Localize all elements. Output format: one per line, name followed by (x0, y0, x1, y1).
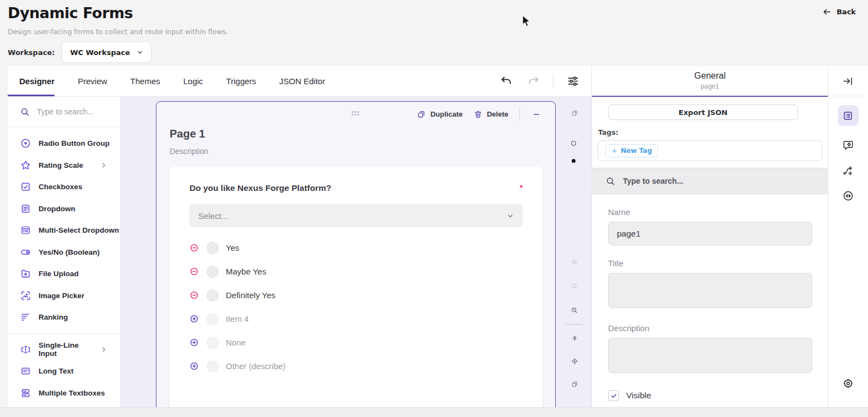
file-upload-icon (20, 268, 31, 279)
question-select[interactable]: Select... (189, 204, 523, 227)
toolbox-item-yes-no-boolean[interactable]: Yes/No (Boolean) (8, 242, 120, 264)
radio-circle[interactable] (207, 242, 219, 254)
settings-sliders-icon[interactable] (567, 75, 579, 87)
toolbox-item-image-picker[interactable]: Image Picker (8, 285, 120, 307)
radio-circle[interactable] (207, 313, 219, 325)
title-field[interactable] (608, 273, 812, 308)
zoom-out-icon[interactable] (571, 306, 578, 314)
surface-icon[interactable] (571, 381, 578, 388)
copy-icon[interactable] (571, 109, 578, 117)
export-json-button[interactable]: Export JSON (608, 105, 798, 120)
new-tag-button[interactable]: New Tag (605, 144, 658, 157)
image-picker-icon (20, 290, 31, 301)
toolbox-item-radio-button-group[interactable]: Radio Button Group (8, 133, 120, 155)
form-creator: Designer Preview Themes Logic Triggers J… (8, 66, 868, 407)
toolbox-item-rating-scale[interactable]: Rating Scale (8, 155, 120, 177)
remove-choice-icon[interactable] (189, 243, 199, 253)
design-canvas: Duplicate Delete Page 1 Description (121, 97, 592, 407)
back-button[interactable]: Back (822, 7, 856, 17)
long-text-icon (20, 365, 31, 377)
creator-tabbar: Designer Preview Themes Logic Triggers J… (8, 66, 592, 97)
description-field-label: Description (608, 323, 812, 333)
page-card-title[interactable]: Page 1 (170, 128, 555, 140)
question-card[interactable]: Do you like Nexus Forge Platform? * Sele… (170, 167, 542, 407)
comment-settings-icon[interactable] (842, 139, 855, 151)
toolbox-item-file-upload[interactable]: File Upload (8, 263, 120, 285)
collapse-panel-icon[interactable] (828, 66, 867, 96)
zoom-reset-icon[interactable] (571, 283, 578, 290)
name-field-label: Name (608, 207, 812, 217)
toolbox-item-dropdown[interactable]: Dropdown (8, 198, 120, 220)
multi-textbox-icon (20, 387, 31, 399)
visible-checkbox[interactable] (608, 390, 619, 401)
mouse-cursor (522, 15, 531, 28)
flow-icon[interactable] (842, 164, 855, 177)
swap-icon[interactable] (842, 190, 855, 202)
page-title: Dynamic Forms (8, 4, 133, 21)
search-icon (20, 107, 30, 117)
page-navigator-circle[interactable] (571, 141, 576, 146)
add-choice-icon[interactable] (189, 361, 199, 371)
tags-label: Tags: (598, 128, 828, 136)
tab-preview[interactable]: Preview (78, 66, 107, 96)
form-settings-icon[interactable] (838, 105, 859, 126)
chevron-down-icon (507, 212, 514, 220)
toolbox-item-single-line-input[interactable]: Single-Line Input (8, 339, 120, 361)
add-choice-icon[interactable] (189, 338, 199, 347)
toolbox-sidebar: Radio Button Group Rating Scale Checkbox… (8, 97, 121, 407)
toolbox-item-checkboxes[interactable]: Checkboxes (8, 176, 120, 198)
toolbox-search[interactable] (8, 97, 120, 127)
choice-row: Item 4 (189, 312, 523, 325)
duplicate-button[interactable]: Duplicate (417, 110, 463, 119)
workspace-select[interactable]: WC Workspace (62, 42, 151, 63)
property-search[interactable] (592, 168, 828, 194)
page-subtitle: Design user-facing forms to collect and … (8, 28, 228, 36)
strip-divider (566, 324, 583, 325)
select-placeholder: Select... (198, 211, 228, 221)
collapse-page-icon[interactable] (531, 110, 542, 119)
toolbox-search-input[interactable] (37, 107, 109, 116)
radio-circle[interactable] (207, 360, 219, 372)
gear-icon[interactable] (842, 377, 854, 389)
tab-designer[interactable]: Designer (19, 66, 55, 96)
property-panel-subtitle: page1 (592, 83, 828, 90)
horizontal-scrollbar[interactable] (0, 407, 868, 417)
question-title[interactable]: Do you like Nexus Forge Platform? (189, 183, 332, 193)
expand-icon[interactable] (571, 358, 578, 365)
redo-icon[interactable] (527, 75, 540, 88)
tags-box: New Tag (598, 140, 822, 161)
remove-choice-icon[interactable] (189, 290, 199, 300)
tab-json-editor[interactable]: JSON Editor (279, 66, 325, 96)
add-choice-icon[interactable] (189, 314, 199, 323)
page-card[interactable]: Duplicate Delete Page 1 Description (156, 101, 556, 407)
radio-circle[interactable] (207, 337, 219, 349)
zoom-in-icon[interactable] (571, 259, 578, 266)
back-arrow-icon (822, 7, 832, 17)
tab-themes[interactable]: Themes (131, 66, 160, 96)
checkbox-icon (20, 181, 31, 193)
description-field[interactable] (608, 338, 812, 373)
tab-logic[interactable]: Logic (183, 66, 203, 96)
remove-choice-icon[interactable] (189, 267, 199, 276)
name-field[interactable] (608, 222, 812, 245)
back-label: Back (837, 8, 856, 16)
page-card-description[interactable]: Description (170, 147, 555, 156)
chevron-right-icon[interactable] (101, 162, 120, 168)
drag-handle-icon[interactable] (352, 111, 360, 117)
workspace-value: WC Workspace (70, 48, 130, 57)
toolbox-item-long-text[interactable]: Long Text (8, 360, 120, 382)
radio-circle[interactable] (207, 266, 219, 278)
toolbox-item-multiple-textboxes[interactable]: Multiple Textboxes (8, 382, 120, 404)
chevron-right-icon[interactable] (101, 347, 120, 353)
toolbox-item-multi-select-dropdown[interactable]: Multi-Select Dropdown (8, 220, 120, 242)
fit-width-icon[interactable] (571, 334, 578, 342)
toolbox-item-ranking[interactable]: Ranking (8, 306, 120, 328)
delete-button[interactable]: Delete (474, 110, 508, 119)
radio-circle[interactable] (207, 289, 219, 301)
property-search-input[interactable] (623, 177, 733, 185)
dropdown-icon (20, 203, 31, 215)
page-navigator-dot[interactable] (572, 159, 576, 163)
undo-icon[interactable] (500, 75, 513, 88)
multi-dropdown-icon (20, 224, 31, 236)
tab-triggers[interactable]: Triggers (226, 66, 256, 96)
